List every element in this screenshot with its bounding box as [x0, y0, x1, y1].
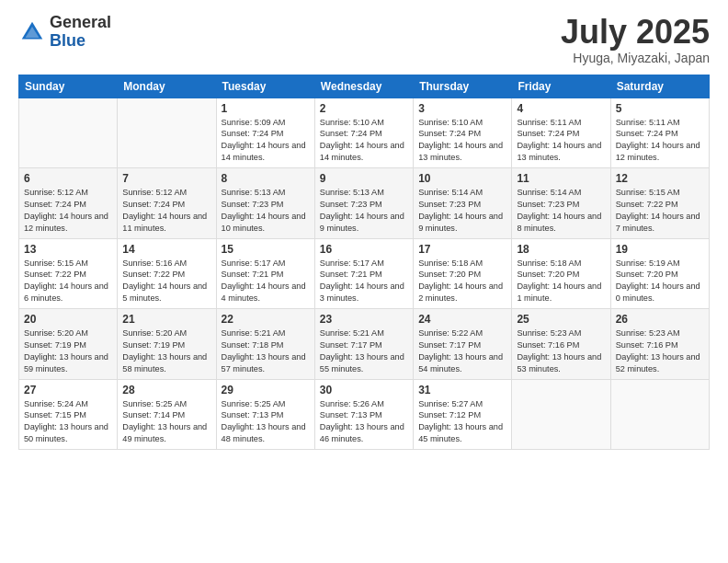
- table-row: 11Sunrise: 5:14 AM Sunset: 7:23 PM Dayli…: [512, 168, 610, 239]
- day-info: Sunrise: 5:13 AM Sunset: 7:23 PM Dayligh…: [320, 187, 408, 235]
- day-info: Sunrise: 5:10 AM Sunset: 7:24 PM Dayligh…: [418, 117, 506, 165]
- day-number: 28: [122, 384, 210, 396]
- table-row: 8Sunrise: 5:13 AM Sunset: 7:23 PM Daylig…: [216, 168, 314, 239]
- header: General Blue July 2025 Hyuga, Miyazaki, …: [18, 14, 710, 65]
- day-number: 30: [320, 384, 408, 396]
- day-number: 24: [418, 313, 506, 326]
- calendar-week-2: 6Sunrise: 5:12 AM Sunset: 7:24 PM Daylig…: [19, 168, 710, 239]
- day-info: Sunrise: 5:22 AM Sunset: 7:17 PM Dayligh…: [418, 327, 506, 375]
- day-number: 23: [320, 313, 408, 326]
- day-info: Sunrise: 5:21 AM Sunset: 7:18 PM Dayligh…: [222, 327, 310, 375]
- table-row: [19, 98, 118, 168]
- table-row: 2Sunrise: 5:10 AM Sunset: 7:24 PM Daylig…: [314, 98, 413, 168]
- logo-general: General: [50, 14, 111, 32]
- day-info: Sunrise: 5:25 AM Sunset: 7:13 PM Dayligh…: [222, 398, 310, 446]
- header-saturday: Saturday: [610, 75, 709, 98]
- table-row: 21Sunrise: 5:20 AM Sunset: 7:19 PM Dayli…: [118, 309, 216, 380]
- day-info: Sunrise: 5:18 AM Sunset: 7:20 PM Dayligh…: [418, 258, 506, 305]
- day-number: 17: [418, 243, 506, 256]
- day-number: 5: [616, 102, 704, 115]
- header-tuesday: Tuesday: [216, 75, 314, 98]
- header-friday: Friday: [512, 75, 610, 98]
- day-number: 19: [616, 243, 704, 256]
- day-info: Sunrise: 5:23 AM Sunset: 7:16 PM Dayligh…: [616, 327, 704, 375]
- table-row: 12Sunrise: 5:15 AM Sunset: 7:22 PM Dayli…: [610, 168, 709, 239]
- table-row: 15Sunrise: 5:17 AM Sunset: 7:21 PM Dayli…: [216, 238, 314, 309]
- table-row: 22Sunrise: 5:21 AM Sunset: 7:18 PM Dayli…: [216, 309, 314, 380]
- logo-text: General Blue: [50, 14, 111, 51]
- day-number: 3: [418, 102, 506, 115]
- table-row: 1Sunrise: 5:09 AM Sunset: 7:24 PM Daylig…: [216, 98, 314, 168]
- header-thursday: Thursday: [414, 75, 512, 98]
- day-number: 14: [122, 243, 210, 256]
- calendar-week-4: 20Sunrise: 5:20 AM Sunset: 7:19 PM Dayli…: [19, 309, 710, 380]
- day-number: 1: [222, 102, 310, 115]
- day-number: 9: [320, 172, 408, 185]
- calendar-week-1: 1Sunrise: 5:09 AM Sunset: 7:24 PM Daylig…: [19, 98, 710, 168]
- day-info: Sunrise: 5:20 AM Sunset: 7:19 PM Dayligh…: [24, 327, 112, 375]
- day-number: 8: [222, 172, 310, 185]
- header-sunday: Sunday: [19, 75, 118, 98]
- logo-blue: Blue: [50, 32, 111, 51]
- table-row: 5Sunrise: 5:11 AM Sunset: 7:24 PM Daylig…: [610, 98, 709, 168]
- day-info: Sunrise: 5:23 AM Sunset: 7:16 PM Dayligh…: [517, 327, 605, 375]
- table-row: 6Sunrise: 5:12 AM Sunset: 7:24 PM Daylig…: [19, 168, 118, 239]
- table-row: 17Sunrise: 5:18 AM Sunset: 7:20 PM Dayli…: [414, 238, 512, 309]
- table-row: [610, 379, 709, 450]
- day-number: 10: [418, 172, 506, 185]
- page: General Blue July 2025 Hyuga, Miyazaki, …: [0, 0, 728, 563]
- table-row: 16Sunrise: 5:17 AM Sunset: 7:21 PM Dayli…: [314, 238, 413, 309]
- table-row: 24Sunrise: 5:22 AM Sunset: 7:17 PM Dayli…: [414, 309, 512, 380]
- table-row: 13Sunrise: 5:15 AM Sunset: 7:22 PM Dayli…: [19, 238, 118, 309]
- day-number: 31: [418, 384, 506, 396]
- table-row: 20Sunrise: 5:20 AM Sunset: 7:19 PM Dayli…: [19, 309, 118, 380]
- table-row: 4Sunrise: 5:11 AM Sunset: 7:24 PM Daylig…: [512, 98, 610, 168]
- day-number: 2: [320, 102, 408, 115]
- day-info: Sunrise: 5:12 AM Sunset: 7:24 PM Dayligh…: [122, 187, 210, 235]
- table-row: 18Sunrise: 5:18 AM Sunset: 7:20 PM Dayli…: [512, 238, 610, 309]
- table-row: 25Sunrise: 5:23 AM Sunset: 7:16 PM Dayli…: [512, 309, 610, 380]
- day-number: 18: [517, 243, 605, 256]
- day-info: Sunrise: 5:14 AM Sunset: 7:23 PM Dayligh…: [517, 187, 605, 235]
- day-info: Sunrise: 5:11 AM Sunset: 7:24 PM Dayligh…: [517, 117, 605, 165]
- day-info: Sunrise: 5:09 AM Sunset: 7:24 PM Dayligh…: [222, 117, 310, 165]
- location-subtitle: Hyuga, Miyazaki, Japan: [561, 51, 710, 65]
- table-row: 28Sunrise: 5:25 AM Sunset: 7:14 PM Dayli…: [118, 379, 216, 450]
- day-number: 26: [616, 313, 704, 326]
- table-row: 31Sunrise: 5:27 AM Sunset: 7:12 PM Dayli…: [414, 379, 512, 450]
- day-number: 16: [320, 243, 408, 256]
- header-monday: Monday: [118, 75, 216, 98]
- header-wednesday: Wednesday: [314, 75, 413, 98]
- calendar-header-row: Sunday Monday Tuesday Wednesday Thursday…: [19, 75, 710, 98]
- table-row: [118, 98, 216, 168]
- day-info: Sunrise: 5:19 AM Sunset: 7:20 PM Dayligh…: [616, 258, 704, 305]
- day-info: Sunrise: 5:13 AM Sunset: 7:23 PM Dayligh…: [222, 187, 310, 235]
- day-number: 25: [517, 313, 605, 326]
- day-info: Sunrise: 5:17 AM Sunset: 7:21 PM Dayligh…: [222, 258, 310, 305]
- title-block: July 2025 Hyuga, Miyazaki, Japan: [561, 14, 710, 65]
- day-info: Sunrise: 5:14 AM Sunset: 7:23 PM Dayligh…: [418, 187, 506, 235]
- day-number: 11: [517, 172, 605, 185]
- day-info: Sunrise: 5:16 AM Sunset: 7:22 PM Dayligh…: [122, 258, 210, 305]
- day-info: Sunrise: 5:27 AM Sunset: 7:12 PM Dayligh…: [418, 398, 506, 446]
- day-number: 22: [222, 313, 310, 326]
- table-row: 29Sunrise: 5:25 AM Sunset: 7:13 PM Dayli…: [216, 379, 314, 450]
- table-row: 26Sunrise: 5:23 AM Sunset: 7:16 PM Dayli…: [610, 309, 709, 380]
- table-row: 9Sunrise: 5:13 AM Sunset: 7:23 PM Daylig…: [314, 168, 413, 239]
- day-info: Sunrise: 5:11 AM Sunset: 7:24 PM Dayligh…: [616, 117, 704, 165]
- day-info: Sunrise: 5:12 AM Sunset: 7:24 PM Dayligh…: [24, 187, 112, 235]
- month-title: July 2025: [561, 14, 710, 51]
- logo: General Blue: [18, 14, 111, 51]
- day-number: 27: [24, 384, 112, 396]
- day-info: Sunrise: 5:21 AM Sunset: 7:17 PM Dayligh…: [320, 327, 408, 375]
- day-info: Sunrise: 5:10 AM Sunset: 7:24 PM Dayligh…: [320, 117, 408, 165]
- day-number: 13: [24, 243, 112, 256]
- day-number: 15: [222, 243, 310, 256]
- day-number: 21: [122, 313, 210, 326]
- day-info: Sunrise: 5:15 AM Sunset: 7:22 PM Dayligh…: [24, 258, 112, 305]
- logo-icon: [18, 18, 46, 46]
- table-row: 7Sunrise: 5:12 AM Sunset: 7:24 PM Daylig…: [118, 168, 216, 239]
- day-info: Sunrise: 5:18 AM Sunset: 7:20 PM Dayligh…: [517, 258, 605, 305]
- table-row: 27Sunrise: 5:24 AM Sunset: 7:15 PM Dayli…: [19, 379, 118, 450]
- day-number: 4: [517, 102, 605, 115]
